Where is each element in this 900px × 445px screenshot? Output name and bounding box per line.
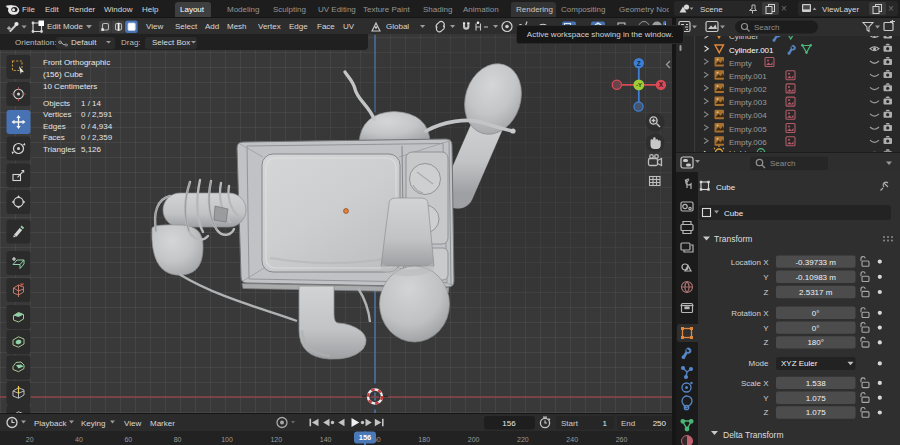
svg-text:180: 180 xyxy=(418,436,430,443)
svg-text:Keying: Keying xyxy=(81,419,105,428)
svg-text:2.5317 m: 2.5317 m xyxy=(799,288,833,297)
svg-text:Search: Search xyxy=(770,159,795,168)
svg-text:40: 40 xyxy=(75,436,83,443)
svg-text:250: 250 xyxy=(653,419,667,428)
svg-text:180°: 180° xyxy=(807,338,824,347)
svg-text:Z: Z xyxy=(764,288,769,297)
svg-text:Scale X: Scale X xyxy=(741,379,769,388)
svg-text:Cylinder.001: Cylinder.001 xyxy=(729,46,774,55)
svg-text:260: 260 xyxy=(616,436,628,443)
svg-text:220: 220 xyxy=(517,436,529,443)
svg-text:Y: Y xyxy=(763,324,769,333)
svg-text:Empty.002: Empty.002 xyxy=(729,85,767,94)
svg-text:140: 140 xyxy=(320,436,332,443)
svg-text:Empty.004: Empty.004 xyxy=(729,111,767,120)
svg-text:0°: 0° xyxy=(812,324,820,333)
svg-text:60: 60 xyxy=(124,436,132,443)
svg-text:End: End xyxy=(621,419,635,428)
svg-text:Z: Z xyxy=(764,338,769,347)
svg-text:Empty: Empty xyxy=(729,59,752,68)
svg-text:Location X: Location X xyxy=(731,258,769,267)
svg-text:80: 80 xyxy=(174,436,182,443)
svg-text:1: 1 xyxy=(603,419,608,428)
svg-text:156: 156 xyxy=(502,419,516,428)
svg-text:-Y: -Y xyxy=(636,82,642,88)
svg-text:Y: Y xyxy=(763,273,769,282)
svg-text:Z: Z xyxy=(764,408,769,417)
svg-text:Rotation X: Rotation X xyxy=(731,309,769,318)
svg-text:-0.39733 m: -0.39733 m xyxy=(795,258,836,267)
svg-text:Start: Start xyxy=(561,419,579,428)
svg-text:0°: 0° xyxy=(812,309,820,318)
svg-text:Z: Z xyxy=(637,60,641,67)
svg-text:Mode: Mode xyxy=(748,359,769,368)
svg-text:1.075: 1.075 xyxy=(806,408,827,417)
svg-text:120: 120 xyxy=(270,436,282,443)
svg-text:X: X xyxy=(659,81,664,88)
svg-text:Empty.006: Empty.006 xyxy=(729,138,767,147)
svg-text:Empty.005: Empty.005 xyxy=(729,125,767,134)
svg-text:View: View xyxy=(124,419,141,428)
svg-text:Empty.001: Empty.001 xyxy=(729,72,767,81)
svg-text:200: 200 xyxy=(468,436,480,443)
svg-text:240: 240 xyxy=(566,436,578,443)
svg-text:Cube: Cube xyxy=(716,183,736,192)
svg-text:Playback: Playback xyxy=(34,419,67,428)
svg-text:Empty.003: Empty.003 xyxy=(729,98,767,107)
svg-text:1.075: 1.075 xyxy=(806,394,827,403)
svg-text:XYZ Euler: XYZ Euler xyxy=(781,359,818,368)
svg-text:20: 20 xyxy=(26,436,34,443)
svg-text:-0.10983 m: -0.10983 m xyxy=(795,273,836,282)
svg-text:Transform: Transform xyxy=(714,234,752,244)
svg-text:100: 100 xyxy=(221,436,233,443)
svg-text:156: 156 xyxy=(359,433,372,442)
svg-text:Delta Transform: Delta Transform xyxy=(723,430,783,440)
svg-text:Y: Y xyxy=(763,394,769,403)
svg-text:Cube: Cube xyxy=(724,209,744,218)
svg-text:1.538: 1.538 xyxy=(806,379,827,388)
svg-text:Search: Search xyxy=(754,23,779,32)
svg-text:Marker: Marker xyxy=(150,419,175,428)
